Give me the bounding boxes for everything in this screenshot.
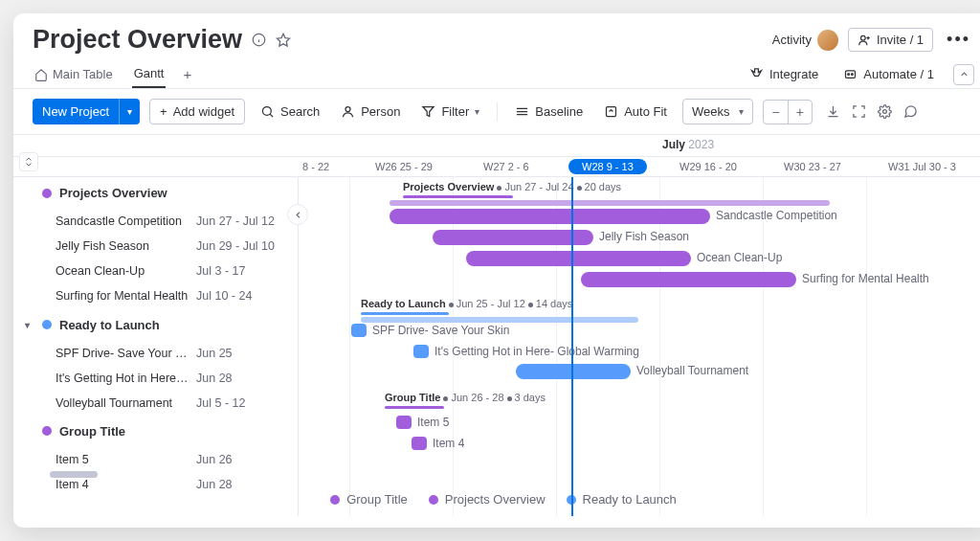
collapse-header-button[interactable]: [953, 64, 974, 85]
gantt-bar[interactable]: [581, 272, 796, 287]
automate-label: Automate / 1: [863, 67, 934, 81]
group-color-dot: [42, 426, 52, 436]
baseline-icon: [515, 104, 529, 119]
week-label: 8 - 22: [302, 161, 329, 172]
integrate-button[interactable]: Integrate: [744, 63, 824, 85]
group-summary: Group TitleJun 26 - 283 days: [385, 392, 546, 406]
group-color-dot: [42, 320, 52, 329]
task-list: Projects Overview Sandcastle Competition…: [13, 177, 299, 516]
avatar[interactable]: [817, 30, 838, 51]
person-add-icon: [858, 34, 871, 47]
bar-label: SPF Drive- Save Your Skin: [372, 324, 509, 337]
filter-icon: [421, 104, 435, 119]
week-label: W27 2 - 6: [483, 161, 529, 172]
svg-point-19: [882, 110, 886, 114]
task-row[interactable]: Sandcastle CompetitionJun 27 - Jul 12: [13, 209, 298, 234]
group-header[interactable]: ▾ Ready to Launch: [13, 309, 298, 341]
summary-bar: [361, 312, 449, 315]
gantt-bar[interactable]: [390, 209, 710, 224]
chevron-down-icon: ▾: [739, 106, 744, 117]
svg-point-12: [345, 107, 350, 112]
task-row[interactable]: Volleyball TournamentJul 5 - 12: [13, 391, 298, 416]
download-icon[interactable]: [826, 104, 840, 119]
group-name: Ready to Launch: [59, 318, 160, 332]
add-widget-button[interactable]: + Add widget: [149, 99, 245, 124]
svg-point-4: [860, 35, 865, 40]
scrollbar[interactable]: [50, 471, 98, 478]
automate-icon: [843, 67, 858, 81]
zoom-out-button[interactable]: −: [764, 101, 788, 124]
filter-button[interactable]: Filter ▾: [415, 101, 485, 123]
task-row[interactable]: It's Getting Hot in Here- Glob…Jun 28: [13, 366, 298, 391]
task-row[interactable]: Item 5Jun 26: [13, 447, 298, 472]
tab-main-table[interactable]: Main Table: [33, 61, 115, 87]
comment-icon[interactable]: [903, 104, 918, 119]
person-icon: [341, 104, 355, 119]
collapse-side-button[interactable]: [287, 204, 308, 225]
automate-button[interactable]: Automate / 1: [837, 63, 940, 85]
filter-label: Filter: [441, 104, 469, 119]
baseline-label: Baseline: [535, 104, 583, 119]
collapse-all-button[interactable]: [19, 152, 38, 171]
auto-fit-button[interactable]: Auto Fit: [598, 101, 673, 123]
header: Project Overview Activity Invite / 1 •••: [13, 13, 980, 55]
add-view-button[interactable]: +: [183, 66, 191, 82]
more-icon[interactable]: •••: [943, 30, 974, 50]
gantt-bar[interactable]: [466, 251, 691, 266]
info-icon[interactable]: [252, 33, 266, 47]
group-header[interactable]: Group Title: [13, 416, 298, 447]
gantt-area: July 2023 8 - 22 W26 25 - 29 W27 2 - 6 W…: [13, 135, 980, 516]
chevron-down-icon[interactable]: ▾: [119, 99, 140, 124]
search-icon: [260, 104, 275, 119]
svg-point-10: [263, 107, 272, 116]
activity-link[interactable]: Activity: [772, 30, 838, 51]
invite-button[interactable]: Invite / 1: [848, 28, 933, 52]
new-project-label: New Project: [33, 99, 119, 124]
settings-icon[interactable]: [878, 104, 892, 119]
task-row[interactable]: Surfing for Mental HealthJul 10 - 24: [13, 283, 298, 308]
fullscreen-icon[interactable]: [852, 104, 866, 119]
group-color-dot: [42, 189, 52, 198]
task-row[interactable]: Ocean Clean-UpJul 3 - 17: [13, 259, 298, 283]
bar-label: Jelly Fish Season: [599, 230, 689, 243]
page-title[interactable]: Project Overview: [33, 25, 242, 55]
legend-item[interactable]: Ready to Launch: [567, 492, 677, 507]
gantt-bar[interactable]: [412, 437, 427, 450]
zoom-controls: − +: [763, 100, 812, 124]
gantt-bar[interactable]: [396, 416, 412, 429]
legend-item[interactable]: Projects Overview: [429, 492, 546, 507]
tab-gantt[interactable]: Gantt: [132, 60, 167, 88]
auto-fit-icon: [604, 104, 618, 119]
group-header[interactable]: Projects Overview: [13, 177, 298, 209]
group-summary: Ready to LaunchJun 25 - Jul 1214 days: [361, 298, 572, 312]
week-current: W28 9 - 13: [568, 159, 647, 174]
gantt-bar[interactable]: [413, 345, 429, 358]
gantt-chart[interactable]: Projects OverviewJun 27 - Jul 2420 days …: [299, 177, 980, 516]
home-icon: [34, 68, 48, 81]
gantt-bar[interactable]: [433, 230, 593, 245]
gantt-bar[interactable]: [516, 364, 631, 379]
bar-label: It's Getting Hot in Here- Global Warming: [434, 345, 639, 358]
svg-rect-7: [846, 71, 856, 79]
task-row[interactable]: Jelly Fish SeasonJun 29 - Jul 10: [13, 234, 298, 259]
new-project-button[interactable]: New Project ▾: [33, 99, 140, 124]
chevron-down-icon[interactable]: ▾: [25, 320, 30, 330]
activity-label: Activity: [772, 33, 812, 47]
star-icon[interactable]: [276, 33, 291, 48]
zoom-in-button[interactable]: +: [789, 101, 812, 124]
task-row[interactable]: SPF Drive- Save Your SkinJun 25: [13, 341, 298, 366]
group-summary: Projects OverviewJun 27 - Jul 2420 days: [403, 181, 621, 195]
week-label: W31 Jul 30 - 3: [888, 161, 956, 172]
person-filter-button[interactable]: Person: [335, 101, 406, 123]
baseline-button[interactable]: Baseline: [509, 101, 589, 123]
gantt-bar[interactable]: [351, 324, 367, 337]
week-header: 8 - 22 W26 25 - 29 W27 2 - 6 W28 9 - 13 …: [13, 156, 980, 177]
legend-item[interactable]: Group Title: [330, 492, 408, 507]
svg-line-11: [270, 114, 273, 117]
search-button[interactable]: Search: [255, 101, 325, 123]
timescale-select[interactable]: Weeks ▾: [682, 99, 754, 124]
summary-range-bar: [361, 317, 638, 323]
svg-marker-13: [423, 107, 434, 117]
today-line: [571, 177, 573, 516]
integrate-icon: [749, 67, 764, 81]
